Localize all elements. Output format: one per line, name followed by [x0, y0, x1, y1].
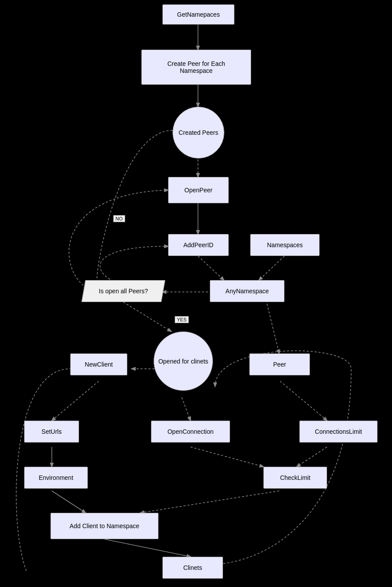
create-peer-node: Create Peer for Each Namespace [141, 50, 251, 85]
add-client-to-namespace-node: Add Client to Namespace [50, 513, 158, 539]
namespaces-node: Namespaces [250, 234, 320, 256]
svg-line-15 [140, 491, 279, 513]
svg-line-5 [198, 256, 224, 280]
set-urls-node: SetUrls [24, 421, 79, 443]
svg-line-16 [104, 539, 191, 557]
svg-line-10 [280, 381, 327, 421]
check-limit-node: CheckLimit [263, 467, 327, 489]
new-client-node: NewClient [70, 353, 127, 375]
open-connection-node: OpenConnection [151, 421, 230, 443]
is-open-all-peers-node: Is open all Peers? [82, 280, 165, 302]
add-peer-id-node: AddPeerID [168, 234, 229, 256]
environment-node: Environment [24, 467, 88, 489]
no-label: NO [113, 215, 125, 222]
svg-line-7 [266, 300, 279, 353]
clinets-node: Clinets [162, 557, 223, 579]
svg-line-8 [182, 397, 191, 421]
yes-label: YES [175, 316, 189, 323]
flowchart-arrows [0, 0, 392, 587]
svg-line-13 [191, 447, 263, 467]
svg-line-14 [52, 491, 86, 513]
diagram: GetNamepaces Create Peer for Each Namesp… [0, 0, 392, 587]
connections-limit-node: ConnectionsLimit [299, 421, 378, 443]
svg-line-12 [297, 447, 327, 467]
opened-for-clients-node: Opened for clinets [154, 331, 213, 391]
get-namespaces-node: GetNamepaces [162, 4, 234, 25]
peer-node: Peer [249, 353, 310, 375]
svg-line-9 [52, 381, 99, 421]
open-peer-node: OpenPeer [168, 177, 229, 203]
any-namespace-node: AnyNamespace [210, 280, 284, 302]
svg-line-6 [120, 300, 171, 331]
created-peers-node: Created Peers [173, 107, 224, 158]
svg-line-4 [259, 256, 284, 280]
